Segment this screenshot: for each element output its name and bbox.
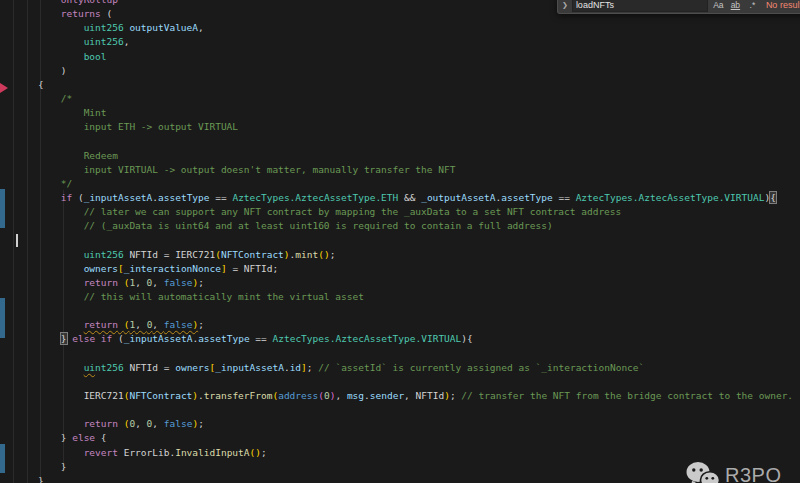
code-token: _inputAssetA — [215, 362, 284, 373]
code-token: // transfer the NFT from the bridge cont… — [456, 390, 793, 401]
find-results-status: No results — [766, 0, 800, 10]
code-line[interactable]: Mint — [15, 106, 800, 120]
whole-word-icon[interactable]: ab — [729, 0, 742, 10]
code-token: { — [15, 79, 44, 90]
code-token: , — [124, 36, 130, 47]
code-token — [15, 333, 61, 344]
code-token: ( — [101, 8, 112, 19]
code-token: // this will automatically mint the virt… — [15, 291, 364, 302]
code-token: ( — [72, 192, 83, 203]
code-token: ; — [330, 249, 336, 260]
code-token: false — [164, 418, 193, 429]
code-line[interactable]: } — [15, 460, 800, 474]
find-widget[interactable]: ❯ Aa ab .* No results — [557, 0, 800, 14]
code-token: ErrorLib. — [118, 447, 175, 458]
code-token: _interactionNonce — [124, 263, 221, 274]
match-case-icon[interactable]: Aa — [712, 0, 725, 10]
code-token: () — [318, 249, 329, 260]
code-token: return — [15, 277, 118, 288]
code-line[interactable]: if (_inputAssetA.assetType == AztecTypes… — [15, 191, 800, 205]
code-line[interactable]: // (_auxData is uint64 and at least uint… — [15, 219, 800, 233]
code-line[interactable]: } else if (_inputAssetA.assetType == Azt… — [15, 332, 800, 346]
code-token: returns — [15, 8, 101, 19]
code-token: NFTContract — [221, 249, 284, 260]
code-token: ; — [198, 277, 204, 288]
code-line[interactable]: input VIRTUAL -> output doesn't matter, … — [15, 163, 800, 177]
code-line[interactable]: return (1, 0, false); — [15, 318, 800, 332]
code-token: , — [152, 277, 163, 288]
code-line[interactable] — [15, 233, 800, 247]
code-line[interactable]: // later we can support any NFT contract… — [15, 205, 800, 219]
code-line[interactable]: ) — [15, 64, 800, 78]
code-token: ; — [198, 418, 204, 429]
code-line[interactable]: revert ErrorLib.InvalidInputA(); — [15, 446, 800, 460]
code-token: ; — [261, 447, 267, 458]
code-token: // later we can support any NFT contract… — [15, 206, 621, 217]
code-token: , — [198, 22, 204, 33]
code-line[interactable]: { — [15, 78, 800, 92]
code-token: ) — [15, 65, 66, 76]
regex-icon[interactable]: .* — [746, 0, 759, 10]
code-token: transferFrom — [204, 390, 273, 401]
code-token: && — [398, 192, 421, 203]
code-line[interactable]: bool — [15, 50, 800, 64]
code-token: return — [15, 418, 118, 429]
code-token: == — [250, 333, 273, 344]
code-token: nt256 — [95, 362, 124, 373]
code-token: false — [164, 277, 193, 288]
code-area[interactable]: onlyRollup returns ( uint256 outputValue… — [0, 0, 800, 483]
code-line[interactable]: } else { — [15, 431, 800, 445]
code-line[interactable] — [15, 403, 800, 417]
code-line[interactable]: return (1, 0, false); — [15, 276, 800, 290]
code-token: uint256 — [15, 36, 124, 47]
code-token: if — [15, 192, 72, 203]
code-line[interactable]: return (0, 0, false); — [15, 417, 800, 431]
code-line[interactable]: uint256 NFTId = owners[_inputAssetA.id];… — [15, 361, 800, 375]
code-token: if — [101, 333, 112, 344]
code-token: NFTId = — [124, 362, 175, 373]
wechat-logo-icon — [686, 461, 720, 483]
code-token: */ — [15, 178, 72, 189]
code-line[interactable]: // this will automatically mint the virt… — [15, 290, 800, 304]
code-token: == — [210, 192, 233, 203]
code-line[interactable]: /* — [15, 92, 800, 106]
code-line[interactable]: uint256 outputValueA, — [15, 21, 800, 35]
code-line[interactable] — [15, 134, 800, 148]
code-line[interactable] — [15, 347, 800, 361]
code-line[interactable]: owners[_interactionNonce] = NFTId; — [15, 262, 800, 276]
code-token: input ETH -> output VIRTUAL — [15, 121, 238, 132]
code-line[interactable]: input ETH -> output VIRTUAL — [15, 120, 800, 134]
code-token: bool — [15, 51, 107, 62]
code-line[interactable] — [15, 304, 800, 318]
code-token: _inputAssetA — [84, 192, 153, 203]
code-line[interactable]: uint256, — [15, 35, 800, 49]
code-token: IERC721 — [15, 390, 124, 401]
code-line[interactable]: */ — [15, 177, 800, 191]
code-token: outputValueA — [124, 22, 198, 33]
code-token: , NFTId — [404, 390, 444, 401]
code-token: Mint — [15, 107, 107, 118]
code-token: uint256 — [15, 22, 124, 33]
code-token: = NFTId; — [227, 263, 278, 274]
code-token: Redeem — [15, 150, 118, 161]
editor-window: onlyRollup returns ( uint256 outputValue… — [0, 0, 800, 483]
code-token: , — [135, 319, 146, 330]
find-input[interactable] — [572, 0, 708, 12]
code-line[interactable]: } — [15, 474, 800, 483]
code-token: ui — [84, 362, 95, 373]
code-line[interactable] — [15, 375, 800, 389]
expand-replace-chevron-icon[interactable]: ❯ — [562, 1, 568, 9]
code-token: AztecTypes.AztecAssetType.VIRTUAL — [273, 333, 462, 344]
code-token: sender — [370, 390, 404, 401]
code-token: AztecTypes.AztecAssetType.ETH — [232, 192, 398, 203]
code-line[interactable]: uint256 NFTId = IERC721(NFTContract).min… — [15, 248, 800, 262]
code-token: , — [152, 418, 163, 429]
code-token: } — [15, 461, 66, 472]
code-line[interactable]: IERC721(NFTContract).transferFrom(addres… — [15, 389, 800, 403]
code-line[interactable]: Redeem — [15, 149, 800, 163]
code-token: false — [164, 319, 193, 330]
code-token: uint256 — [15, 249, 124, 260]
code-token: , — [335, 390, 346, 401]
code-token: ( — [112, 333, 123, 344]
code-token: onlyRollup — [15, 0, 118, 5]
